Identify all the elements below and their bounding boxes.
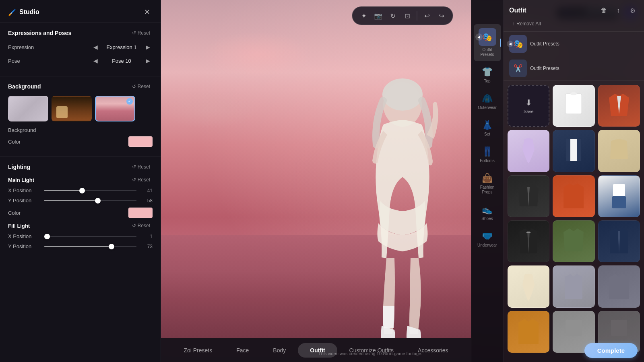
svg-rect-6 (612, 196, 626, 208)
pose-next-btn[interactable]: ▶ (143, 56, 153, 66)
cat-top-label: Top (484, 79, 490, 84)
fill-x-track[interactable] (44, 236, 136, 237)
outfit-sort-btn[interactable]: ↕ (613, 5, 624, 16)
outfit-item-12[interactable] (508, 265, 549, 307)
main-light-reset-label: Reset (138, 177, 150, 183)
fill-light-reset-btn[interactable]: ↺ Reset (130, 222, 153, 229)
left-panel: 🖌️ Studio ✕ Expressions and Poses ↺ Rese… (0, 0, 161, 362)
save-outfit-item[interactable]: ⬇ Save (508, 85, 549, 127)
expressions-reset-btn[interactable]: ↺ Reset (130, 29, 153, 37)
lighting-section: Lighting ↺ Reset Main Light ↺ Reset X Po… (0, 157, 161, 260)
cat-bottoms[interactable]: 👖 Bottoms (474, 142, 501, 167)
outfit-item-13[interactable] (553, 265, 594, 307)
expression-value: Expression 1 (103, 44, 140, 50)
cat-outfit-presets[interactable]: 🎭 ◀ OutfitPresets (474, 24, 501, 61)
bg-thumb-sunset[interactable]: ✓ (95, 96, 135, 121)
background-reset-btn[interactable]: ↺ Reset (130, 83, 153, 90)
outfit-item-6[interactable] (508, 175, 549, 217)
redo-btn[interactable]: ↪ (435, 9, 448, 22)
crop-tool-btn[interactable]: ⊡ (401, 9, 414, 22)
cat-top[interactable]: 👕 Top (474, 63, 501, 88)
cat-underwear[interactable]: 🩲 Underwear (474, 227, 501, 252)
outfit-actions: 🗑 ↕ ⚙ (598, 5, 638, 16)
studio-header: 🖌️ Studio ✕ (0, 0, 161, 23)
camera-tool-btn[interactable]: 📷 (372, 9, 385, 22)
svg-rect-8 (566, 320, 582, 336)
fill-reset-label: Reset (138, 223, 150, 228)
outfit-item-2[interactable] (598, 85, 640, 127)
cat-outerwear[interactable]: 🧥 Outerwear (474, 89, 501, 114)
expressions-reset-label: Reset (138, 30, 150, 36)
y-position-fill (44, 200, 98, 201)
cat-presets-label: OutfitPresets (481, 47, 494, 57)
close-panel-btn[interactable]: ✕ (141, 6, 153, 18)
outfit-delete-btn[interactable]: 🗑 (598, 5, 609, 16)
save-label: Save (524, 109, 534, 114)
outfit-grid: ⬇ Save (504, 81, 644, 362)
outfit-item-15[interactable] (508, 311, 549, 353)
background-section: Background ↺ Reset ✓ Background Color (0, 76, 161, 157)
remove-all-btn[interactable]: ↑ Remove All (509, 19, 544, 28)
main-light-reset-btn[interactable]: ↺ Reset (130, 176, 153, 183)
main-light-label: Main Light (8, 177, 34, 183)
cat-shoes[interactable]: 👟 Shoes (474, 200, 501, 225)
expression-next-btn[interactable]: ▶ (143, 42, 153, 52)
cursor-tool-btn[interactable]: ✦ (357, 9, 370, 22)
item-1-figure (553, 85, 594, 126)
outfit-item-7[interactable] (553, 175, 594, 217)
pose-value: Pose 10 (103, 58, 140, 64)
lighting-color-swatch[interactable] (128, 208, 153, 218)
clo-md-icon-box[interactable]: ✂️ (509, 60, 527, 77)
footer-label: This video was created using 100% in-gam… (318, 351, 423, 356)
y-position-thumb[interactable] (95, 198, 101, 204)
outfit-item-4[interactable] (553, 130, 594, 172)
preset-back-arrow: ◀ (507, 41, 513, 47)
footer-text: This video was created using 100% in-gam… (169, 351, 572, 356)
rotate-tool-btn[interactable]: ↻ (386, 9, 399, 22)
x-position-slider-row: X Position 41 (8, 187, 153, 193)
outfit-item-8[interactable] (598, 175, 640, 217)
fill-y-thumb[interactable] (109, 244, 114, 249)
bg-thumb-grey[interactable] (8, 96, 48, 121)
fill-y-track[interactable] (44, 246, 136, 247)
fill-y-fill (44, 246, 111, 247)
outfit-item-10[interactable] (553, 220, 594, 262)
pose-prev-btn[interactable]: ◀ (91, 56, 100, 66)
cat-set[interactable]: 👗 Set (474, 116, 501, 141)
complete-btn[interactable]: Complete (584, 343, 638, 358)
lighting-reset-btn[interactable]: ↺ Reset (130, 163, 153, 171)
outfit-item-9[interactable] (508, 220, 549, 262)
outfit-filter-btn[interactable]: ⚙ (627, 5, 638, 16)
fill-x-label: X Position (8, 233, 40, 239)
bg-color-swatch[interactable] (128, 136, 153, 147)
bg-thumb-room[interactable] (52, 96, 92, 121)
outfit-item-14[interactable] (598, 265, 640, 307)
background-header: Background ↺ Reset (8, 83, 153, 90)
studio-label: Studio (19, 8, 39, 16)
character-svg (346, 72, 459, 338)
clo-md-icon: ✂️ (514, 64, 522, 73)
outfit-item-1[interactable] (553, 85, 594, 127)
lighting-title: Lighting (8, 164, 30, 170)
outfit-preset-icon-box[interactable]: 🎭 ◀ (509, 35, 527, 53)
expression-prev-btn[interactable]: ◀ (91, 42, 100, 52)
outfit-item-11[interactable] (598, 220, 640, 262)
cat-set-label: Set (484, 132, 490, 137)
outfit-item-5[interactable] (598, 130, 640, 172)
item-3-figure (508, 130, 549, 171)
x-position-thumb[interactable] (79, 188, 85, 193)
fill-x-thumb[interactable] (44, 234, 50, 239)
pose-control: Pose ◀ Pose 10 ▶ (8, 56, 153, 66)
outfit-title-row: Outfit 🗑 ↕ ⚙ (509, 5, 638, 16)
bottoms-icon: 👖 (482, 146, 493, 157)
item-6-figure (508, 176, 549, 217)
undo-btn[interactable]: ↩ (421, 9, 433, 22)
bg-selected-check: ✓ (126, 98, 133, 105)
x-position-track[interactable] (44, 190, 136, 191)
cat-fashion-props[interactable]: 👜 FashionProps (474, 169, 501, 199)
y-position-track[interactable] (44, 200, 136, 201)
outerwear-icon: 🧥 (482, 93, 493, 104)
x-position-label: X Position (8, 187, 40, 193)
outfit-item-3[interactable] (508, 130, 549, 172)
item-7-figure (553, 176, 594, 217)
